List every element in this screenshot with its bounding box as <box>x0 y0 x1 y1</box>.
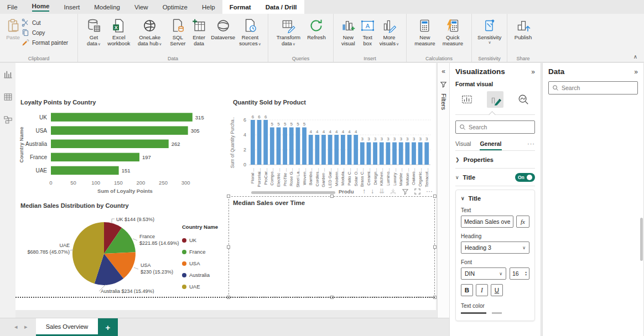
add-page-button[interactable]: + <box>98 318 118 336</box>
visual-loyalty-points[interactable]: Loyalty Points by Country UK315USA305Aus… <box>17 96 228 199</box>
copy-button[interactable]: Copy <box>22 29 68 36</box>
resize-handle[interactable] <box>433 245 437 249</box>
resize-handle[interactable] <box>227 245 230 249</box>
resize-handle[interactable] <box>227 195 230 198</box>
format-visual-icon[interactable] <box>487 91 503 108</box>
menu-modeling[interactable]: Modeling <box>87 0 127 14</box>
fx-button[interactable]: fx <box>516 216 529 228</box>
chevron-down-icon: ∨ <box>499 271 502 276</box>
go-to-next-level-icon[interactable]: ⇊ <box>379 187 385 195</box>
svg-text:Modern...: Modern... <box>334 168 339 186</box>
recent-sources-button[interactable]: Recent sources∨ <box>238 17 262 47</box>
format-search[interactable] <box>455 120 535 134</box>
title-section[interactable]: ∨ Title On <box>455 169 535 186</box>
legend-item[interactable]: France <box>182 246 226 258</box>
quick-measure-button[interactable]: Quick measure <box>440 17 466 47</box>
filters-rail-label[interactable]: Filters <box>440 93 447 110</box>
italic-button[interactable]: I <box>476 284 488 296</box>
menu-file[interactable]: File <box>0 0 25 14</box>
title-text-input[interactable] <box>461 216 513 228</box>
excel-workbook-button[interactable]: X Excel workbook <box>106 17 132 47</box>
page-tab-sales-overview[interactable]: Sales Overview <box>36 318 98 336</box>
report-view-icon[interactable] <box>3 70 13 79</box>
ribbon-collapse-icon[interactable]: ∧ <box>633 54 637 60</box>
visual-title: Median Sales over Time <box>233 200 305 206</box>
visual-median-sales-line[interactable]: Median Sales over Time <box>228 196 435 297</box>
dataverse-button[interactable]: Dataverse <box>210 17 236 40</box>
onelake-data-hub-button[interactable]: OneLake data hub∨ <box>134 17 166 47</box>
sql-server-button[interactable]: SQL Server <box>168 17 188 47</box>
next-page-icon[interactable]: ▸ <box>24 323 28 330</box>
cut-button[interactable]: Cut <box>22 19 68 27</box>
ribbon: Paste Cut Copy Format painter Clipboard … <box>0 14 644 62</box>
data-search[interactable] <box>548 81 638 95</box>
format-painter-button[interactable]: Format painter <box>22 39 68 46</box>
svg-text:LED Gar...: LED Gar... <box>328 168 333 188</box>
drill-up-icon[interactable]: ↑ <box>362 187 366 195</box>
new-measure-button[interactable]: New measure <box>412 17 438 47</box>
resize-handle[interactable] <box>433 195 437 198</box>
group-label-sensitivity: Sensitivity <box>472 56 507 61</box>
build-visual-icon[interactable] <box>459 91 475 108</box>
new-visual-button[interactable]: New visual <box>339 17 357 47</box>
legend-item[interactable]: Australia <box>182 269 226 281</box>
legend-item[interactable]: UAE <box>182 281 226 292</box>
expand-all-icon[interactable] <box>389 188 397 195</box>
stepper-arrows-icon[interactable]: ▴▾ <box>525 271 527 276</box>
more-options-icon[interactable]: ··· <box>527 140 535 147</box>
report-canvas[interactable]: Loyalty Points by Country UK315USA305Aus… <box>15 63 436 310</box>
visual-title: Loyalty Points by Country <box>20 99 96 106</box>
table-view-icon[interactable] <box>3 92 13 102</box>
scrollbar-thumb[interactable] <box>640 218 643 261</box>
paste-button[interactable]: Paste <box>6 17 20 40</box>
visual-quantity-sold[interactable]: Quantity Sold by Product 02466Floral ...… <box>229 96 435 199</box>
svg-text:3: 3 <box>425 136 428 141</box>
menu-data-drill[interactable]: Data / Drill <box>258 0 304 14</box>
font-size-stepper[interactable]: 16 ▴▾ <box>510 267 529 280</box>
title-toggle[interactable]: On <box>515 173 535 182</box>
collapse-panel-icon[interactable]: » <box>531 68 535 76</box>
data-search-input[interactable] <box>562 85 634 91</box>
menu-view[interactable]: View <box>127 0 155 14</box>
filter-icon[interactable] <box>402 188 409 195</box>
expand-filters-icon[interactable]: « <box>442 67 445 75</box>
model-view-icon[interactable] <box>3 115 13 124</box>
more-options-icon[interactable]: ··· <box>426 187 433 195</box>
refresh-button[interactable]: Refresh <box>305 17 328 40</box>
svg-text:4: 4 <box>342 129 345 134</box>
format-search-input[interactable] <box>469 124 531 130</box>
text-color-swatch[interactable] <box>461 312 529 314</box>
drill-down-icon[interactable]: ↓ <box>371 187 374 195</box>
tab-visual[interactable]: Visual <box>455 140 471 147</box>
menu-home[interactable]: Home <box>25 0 57 14</box>
menu-optimize[interactable]: Optimize <box>155 0 195 14</box>
publish-button[interactable]: Publish <box>513 17 533 40</box>
transform-data-button[interactable]: Transform data∨ <box>274 17 303 47</box>
menu-insert[interactable]: Insert <box>56 0 87 14</box>
focus-mode-icon[interactable] <box>414 188 421 195</box>
bold-button[interactable]: B <box>461 284 473 296</box>
menu-help[interactable]: Help <box>195 0 222 14</box>
heading-select[interactable]: Heading 3 ∨ <box>461 242 529 254</box>
resize-handle[interactable] <box>330 195 334 198</box>
menu-format[interactable]: Format <box>222 0 258 14</box>
text-box-button[interactable]: A Text box <box>360 17 376 47</box>
title-card: ∨ Title Text fx Heading Heading 3 ∨ Font… <box>455 190 535 321</box>
properties-section[interactable]: ❯ Properties <box>455 151 535 169</box>
visual-median-sales-pie[interactable]: Median Sales Distribution by Country UK … <box>17 200 228 293</box>
underline-button[interactable]: U <box>491 284 503 296</box>
group-label-queries: Queries <box>268 56 333 61</box>
legend-item[interactable]: UK <box>182 234 226 246</box>
enter-data-button[interactable]: Enter data <box>190 17 208 47</box>
collapse-panel-icon[interactable]: » <box>634 68 638 76</box>
chevron-down-icon: ∨ <box>396 42 399 46</box>
get-data-button[interactable]: Get data∨ <box>84 17 104 47</box>
legend-item[interactable]: USA <box>182 258 226 269</box>
prev-page-icon[interactable]: ◂ <box>14 323 18 330</box>
tab-general[interactable]: General <box>480 140 501 150</box>
more-visuals-button[interactable]: More visuals∨ <box>378 17 401 47</box>
analytics-icon[interactable] <box>516 91 532 108</box>
font-select[interactable]: DIN ∨ <box>461 267 506 280</box>
sensitivity-button[interactable]: Sensitivity ∨ <box>477 17 501 45</box>
horizontal-scrollbar[interactable] <box>251 191 335 194</box>
